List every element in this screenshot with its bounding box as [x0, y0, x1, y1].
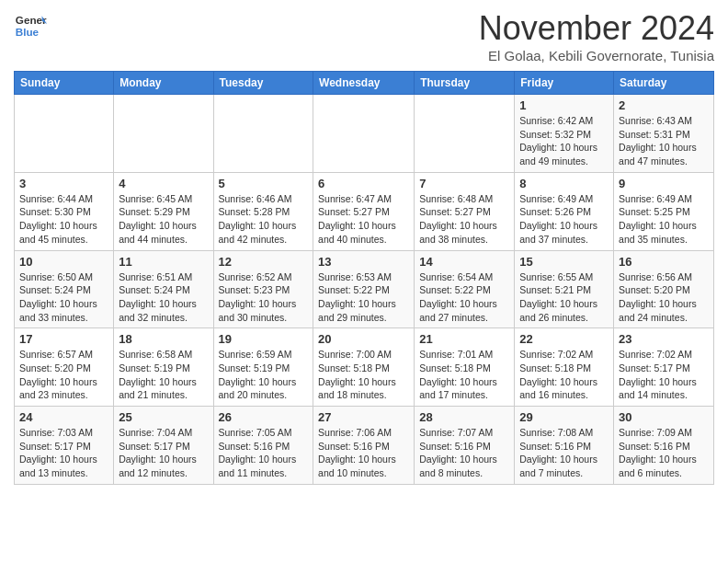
- day-number: 3: [19, 177, 108, 190]
- page-header: General Blue November 2024 El Golaa, Keb…: [14, 9, 714, 63]
- calendar-cell: 26Sunrise: 7:05 AM Sunset: 5:16 PM Dayli…: [213, 407, 313, 485]
- calendar-cell: 2Sunrise: 6:43 AM Sunset: 5:31 PM Daylig…: [614, 95, 714, 173]
- day-number: 20: [318, 332, 409, 346]
- calendar-cell: 27Sunrise: 7:06 AM Sunset: 5:16 PM Dayli…: [313, 407, 415, 485]
- logo-icon: General Blue: [14, 9, 47, 42]
- day-info: Sunrise: 6:43 AM Sunset: 5:31 PM Dayligh…: [619, 114, 709, 168]
- calendar-cell: [313, 95, 415, 173]
- svg-text:Blue: Blue: [16, 26, 40, 38]
- day-number: 30: [619, 410, 709, 424]
- day-number: 1: [519, 98, 609, 112]
- weekday-header-thursday: Thursday: [415, 72, 515, 95]
- calendar-cell: 19Sunrise: 6:59 AM Sunset: 5:19 PM Dayli…: [213, 328, 313, 407]
- day-number: 24: [19, 410, 108, 424]
- calendar-cell: 23Sunrise: 7:02 AM Sunset: 5:17 PM Dayli…: [614, 328, 714, 407]
- calendar-cell: 4Sunrise: 6:45 AM Sunset: 5:29 PM Daylig…: [114, 172, 213, 250]
- day-info: Sunrise: 6:51 AM Sunset: 5:24 PM Dayligh…: [119, 270, 208, 325]
- weekday-header-saturday: Saturday: [614, 72, 714, 95]
- week-row-2: 3Sunrise: 6:44 AM Sunset: 5:30 PM Daylig…: [15, 172, 714, 250]
- day-info: Sunrise: 7:07 AM Sunset: 5:16 PM Dayligh…: [419, 426, 509, 480]
- calendar-cell: 14Sunrise: 6:54 AM Sunset: 5:22 PM Dayli…: [415, 250, 515, 328]
- day-number: 12: [219, 255, 309, 269]
- day-number: 5: [219, 177, 309, 190]
- calendar-cell: [415, 95, 515, 173]
- day-info: Sunrise: 6:48 AM Sunset: 5:27 PM Dayligh…: [419, 192, 509, 247]
- day-number: 13: [318, 255, 409, 269]
- day-info: Sunrise: 6:54 AM Sunset: 5:22 PM Dayligh…: [419, 270, 509, 325]
- logo: General Blue: [14, 9, 47, 42]
- day-info: Sunrise: 6:59 AM Sunset: 5:19 PM Dayligh…: [219, 348, 309, 402]
- month-title: November 2024: [479, 9, 714, 48]
- day-number: 9: [619, 177, 709, 190]
- day-info: Sunrise: 6:44 AM Sunset: 5:30 PM Dayligh…: [19, 192, 108, 247]
- day-number: 15: [519, 255, 609, 269]
- day-info: Sunrise: 6:57 AM Sunset: 5:20 PM Dayligh…: [19, 348, 108, 402]
- day-number: 28: [419, 410, 509, 424]
- day-number: 29: [519, 410, 609, 424]
- day-info: Sunrise: 7:00 AM Sunset: 5:18 PM Dayligh…: [318, 348, 409, 402]
- calendar-cell: 22Sunrise: 7:02 AM Sunset: 5:18 PM Dayli…: [515, 328, 614, 407]
- calendar-cell: 25Sunrise: 7:04 AM Sunset: 5:17 PM Dayli…: [114, 407, 213, 485]
- day-info: Sunrise: 6:49 AM Sunset: 5:26 PM Dayligh…: [519, 192, 609, 247]
- day-number: 19: [219, 332, 309, 346]
- calendar-cell: 12Sunrise: 6:52 AM Sunset: 5:23 PM Dayli…: [213, 250, 313, 328]
- day-info: Sunrise: 7:04 AM Sunset: 5:17 PM Dayligh…: [119, 426, 208, 480]
- calendar-cell: 15Sunrise: 6:55 AM Sunset: 5:21 PM Dayli…: [515, 250, 614, 328]
- calendar-cell: 11Sunrise: 6:51 AM Sunset: 5:24 PM Dayli…: [114, 250, 213, 328]
- week-row-5: 24Sunrise: 7:03 AM Sunset: 5:17 PM Dayli…: [15, 407, 714, 485]
- day-info: Sunrise: 6:52 AM Sunset: 5:23 PM Dayligh…: [219, 270, 309, 325]
- calendar-cell: 20Sunrise: 7:00 AM Sunset: 5:18 PM Dayli…: [313, 328, 415, 407]
- weekday-header-row: SundayMondayTuesdayWednesdayThursdayFrid…: [15, 72, 714, 95]
- calendar-cell: 21Sunrise: 7:01 AM Sunset: 5:18 PM Dayli…: [415, 328, 515, 407]
- day-info: Sunrise: 6:42 AM Sunset: 5:32 PM Dayligh…: [519, 114, 609, 168]
- day-info: Sunrise: 6:53 AM Sunset: 5:22 PM Dayligh…: [318, 270, 409, 325]
- calendar-cell: 9Sunrise: 6:49 AM Sunset: 5:25 PM Daylig…: [614, 172, 714, 250]
- day-number: 14: [419, 255, 509, 269]
- day-number: 11: [119, 255, 208, 269]
- calendar-cell: [15, 95, 114, 173]
- calendar-cell: 6Sunrise: 6:47 AM Sunset: 5:27 PM Daylig…: [313, 172, 415, 250]
- day-number: 10: [19, 255, 108, 269]
- day-info: Sunrise: 6:45 AM Sunset: 5:29 PM Dayligh…: [119, 192, 208, 247]
- calendar-cell: 5Sunrise: 6:46 AM Sunset: 5:28 PM Daylig…: [213, 172, 313, 250]
- calendar-cell: 8Sunrise: 6:49 AM Sunset: 5:26 PM Daylig…: [515, 172, 614, 250]
- weekday-header-friday: Friday: [515, 72, 614, 95]
- day-number: 8: [519, 177, 609, 190]
- calendar-cell: 3Sunrise: 6:44 AM Sunset: 5:30 PM Daylig…: [15, 172, 114, 250]
- week-row-3: 10Sunrise: 6:50 AM Sunset: 5:24 PM Dayli…: [15, 250, 714, 328]
- calendar-cell: 30Sunrise: 7:09 AM Sunset: 5:16 PM Dayli…: [614, 407, 714, 485]
- title-block: November 2024 El Golaa, Kebili Governora…: [479, 9, 714, 63]
- day-number: 6: [318, 177, 409, 190]
- weekday-header-sunday: Sunday: [15, 72, 114, 95]
- calendar-cell: 16Sunrise: 6:56 AM Sunset: 5:20 PM Dayli…: [614, 250, 714, 328]
- calendar-cell: 7Sunrise: 6:48 AM Sunset: 5:27 PM Daylig…: [415, 172, 515, 250]
- day-number: 2: [619, 98, 709, 112]
- day-number: 7: [419, 177, 509, 190]
- day-info: Sunrise: 6:58 AM Sunset: 5:19 PM Dayligh…: [119, 348, 208, 402]
- day-number: 26: [219, 410, 309, 424]
- day-info: Sunrise: 7:06 AM Sunset: 5:16 PM Dayligh…: [318, 426, 409, 480]
- day-info: Sunrise: 7:03 AM Sunset: 5:17 PM Dayligh…: [19, 426, 108, 480]
- day-number: 21: [419, 332, 509, 346]
- day-number: 16: [619, 255, 709, 269]
- day-number: 4: [119, 177, 208, 190]
- calendar-cell: 10Sunrise: 6:50 AM Sunset: 5:24 PM Dayli…: [15, 250, 114, 328]
- day-number: 18: [119, 332, 208, 346]
- day-info: Sunrise: 6:56 AM Sunset: 5:20 PM Dayligh…: [619, 270, 709, 325]
- day-info: Sunrise: 7:09 AM Sunset: 5:16 PM Dayligh…: [619, 426, 709, 480]
- week-row-1: 1Sunrise: 6:42 AM Sunset: 5:32 PM Daylig…: [15, 95, 714, 173]
- calendar-cell: 18Sunrise: 6:58 AM Sunset: 5:19 PM Dayli…: [114, 328, 213, 407]
- calendar-body: 1Sunrise: 6:42 AM Sunset: 5:32 PM Daylig…: [15, 95, 714, 485]
- day-info: Sunrise: 7:02 AM Sunset: 5:17 PM Dayligh…: [619, 348, 709, 402]
- calendar: SundayMondayTuesdayWednesdayThursdayFrid…: [14, 71, 714, 485]
- calendar-cell: 13Sunrise: 6:53 AM Sunset: 5:22 PM Dayli…: [313, 250, 415, 328]
- calendar-cell: 29Sunrise: 7:08 AM Sunset: 5:16 PM Dayli…: [515, 407, 614, 485]
- day-info: Sunrise: 6:46 AM Sunset: 5:28 PM Dayligh…: [219, 192, 309, 247]
- day-info: Sunrise: 7:02 AM Sunset: 5:18 PM Dayligh…: [519, 348, 609, 402]
- day-info: Sunrise: 6:49 AM Sunset: 5:25 PM Dayligh…: [619, 192, 709, 247]
- week-row-4: 17Sunrise: 6:57 AM Sunset: 5:20 PM Dayli…: [15, 328, 714, 407]
- day-number: 23: [619, 332, 709, 346]
- calendar-cell: 24Sunrise: 7:03 AM Sunset: 5:17 PM Dayli…: [15, 407, 114, 485]
- calendar-cell: [213, 95, 313, 173]
- day-info: Sunrise: 7:08 AM Sunset: 5:16 PM Dayligh…: [519, 426, 609, 480]
